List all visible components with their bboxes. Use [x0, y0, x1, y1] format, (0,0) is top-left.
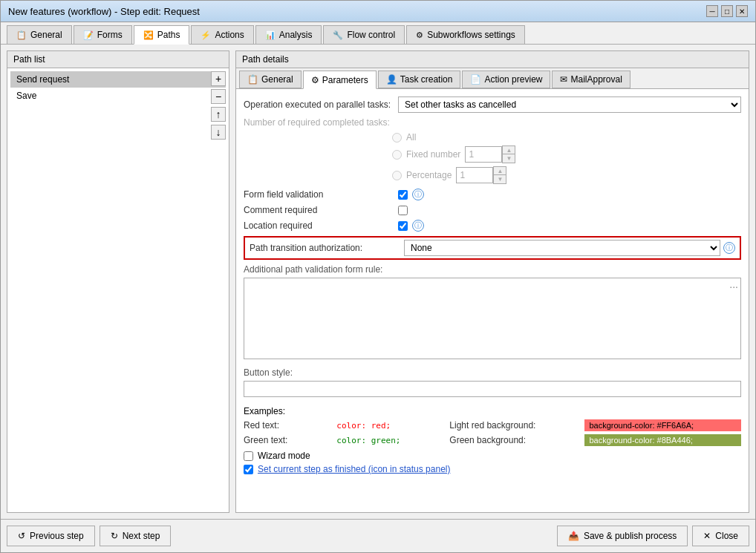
location-required-field: ⓘ — [398, 220, 424, 232]
main-content: Path list Send request Save + − ↑ ↓ Path… — [1, 45, 755, 519]
form-field-validation-label: Form field validation — [244, 189, 392, 200]
percentage-down[interactable]: ▼ — [494, 175, 506, 183]
bottom-left-buttons: ↺ Previous step ↻ Next step — [7, 526, 171, 546]
additional-validation-container: ··· — [244, 278, 741, 361]
paths-tab-icon: 🔀 — [143, 30, 154, 40]
next-step-button[interactable]: ↻ Next step — [100, 526, 172, 546]
list-controls: + − ↑ ↓ — [211, 71, 226, 140]
inner-task-creation-label: Task creation — [400, 74, 453, 85]
close-icon: ✕ — [703, 531, 711, 541]
inner-task-creation-icon: 👤 — [386, 74, 397, 85]
location-required-checkbox[interactable] — [398, 221, 408, 231]
path-transition-row: Path transition authorization: NoneManag… — [244, 236, 741, 260]
tab-subworkflows[interactable]: ⚙ Subworkflows settings — [406, 25, 525, 44]
required-tasks-label-row: Number of required completed tasks: — [244, 117, 741, 128]
title-bar: New features (workflow) - Step edit: Req… — [1, 1, 755, 22]
tab-actions-label: Actions — [215, 30, 244, 40]
additional-validation-textarea[interactable] — [244, 278, 741, 359]
inner-tab-parameters[interactable]: ⚙ Parameters — [303, 71, 377, 89]
close-window-button[interactable]: ✕ — [736, 5, 748, 17]
green-text-code: color: green; — [336, 436, 443, 445]
fixed-number-up[interactable]: ▲ — [503, 146, 515, 154]
inner-parameters-label: Parameters — [322, 75, 368, 85]
radio-fixed[interactable] — [392, 150, 402, 160]
forms-tab-icon: 📝 — [83, 30, 94, 40]
tab-flow-control[interactable]: 🔧 Flow control — [323, 25, 405, 44]
remove-path-button[interactable]: − — [211, 89, 226, 104]
general-tab-icon: 📋 — [16, 30, 27, 40]
additional-validation-menu[interactable]: ··· — [729, 281, 738, 292]
window-controls: ─ □ ✕ — [706, 5, 748, 17]
percentage-spin-buttons: ▲ ▼ — [493, 166, 506, 184]
path-item-save[interactable]: Save — [10, 88, 226, 104]
percentage-up[interactable]: ▲ — [494, 167, 506, 175]
tab-forms[interactable]: 📝 Forms — [74, 25, 132, 44]
inner-tab-mail-approval[interactable]: ✉ MailApproval — [552, 71, 630, 88]
operation-select[interactable]: Set other tasks as cancelledNoneKeep all… — [398, 96, 741, 113]
path-transition-select[interactable]: NoneManagerAdmin — [404, 240, 720, 256]
radio-group: All Fixed number ▲ ▼ — [392, 132, 741, 184]
save-publish-label: Save & publish process — [584, 531, 677, 541]
fixed-number-spin-buttons: ▲ ▼ — [502, 145, 515, 163]
percentage-input[interactable] — [456, 167, 493, 183]
tab-actions[interactable]: ⚡ Actions — [191, 25, 253, 44]
wizard-mode-label: Wizard mode — [258, 451, 310, 461]
tab-analysis[interactable]: 📊 Analysis — [255, 25, 322, 44]
tab-analysis-label: Analysis — [279, 30, 313, 40]
previous-step-icon: ↺ — [18, 531, 25, 541]
move-up-button[interactable]: ↑ — [211, 107, 226, 122]
form-field-validation-info[interactable]: ⓘ — [412, 189, 424, 200]
form-field-validation-checkbox[interactable] — [398, 190, 408, 200]
path-transition-label: Path transition authorization: — [250, 243, 398, 253]
fixed-number-input[interactable] — [465, 146, 502, 163]
move-down-button[interactable]: ↓ — [211, 125, 226, 140]
path-item-send-request[interactable]: Send request — [10, 71, 226, 88]
radio-all[interactable] — [392, 133, 402, 143]
wizard-mode-checkbox[interactable] — [244, 451, 253, 461]
radio-percentage-row: Percentage ▲ ▼ — [392, 166, 741, 184]
flow-control-tab-icon: 🔧 — [333, 30, 343, 40]
button-style-input[interactable] — [244, 381, 741, 397]
tab-paths-label: Paths — [157, 30, 180, 40]
path-transition-info[interactable]: ⓘ — [723, 242, 735, 254]
path-list-header: Path list — [7, 51, 229, 68]
actions-tab-icon: ⚡ — [201, 30, 211, 40]
comment-required-checkbox[interactable] — [398, 206, 408, 215]
bottom-right-buttons: 📤 Save & publish process ✕ Close — [557, 526, 749, 546]
operation-dropdown-container: Set other tasks as cancelledNoneKeep all… — [398, 96, 741, 113]
light-red-bg-label: Light red background: — [449, 420, 579, 431]
close-label: Close — [715, 531, 738, 541]
green-bg-code: background-color: #8BA446; — [584, 434, 741, 446]
restore-button[interactable]: □ — [721, 5, 733, 17]
radio-percentage[interactable] — [392, 171, 402, 180]
fixed-number-down[interactable]: ▼ — [503, 154, 515, 163]
set-finished-label: Set current step as finished (icon in st… — [258, 464, 450, 474]
location-required-info[interactable]: ⓘ — [412, 220, 424, 232]
add-path-button[interactable]: + — [211, 71, 226, 86]
minimize-button[interactable]: ─ — [706, 5, 718, 17]
set-finished-checkbox[interactable] — [244, 465, 253, 474]
save-publish-button[interactable]: 📤 Save & publish process — [557, 526, 688, 546]
tab-general[interactable]: 📋 General — [7, 25, 72, 44]
examples-title: Examples: — [244, 406, 741, 416]
percentage-spinner: ▲ ▼ — [456, 166, 506, 184]
form-field-validation-row: Form field validation ⓘ — [244, 189, 741, 200]
inner-tab-action-preview[interactable]: 📄 Action preview — [462, 71, 550, 88]
main-tab-bar: 📋 General 📝 Forms 🔀 Paths ⚡ Actions 📊 An… — [1, 22, 755, 45]
additional-validation-section: Additional path validation form rule: ··… — [244, 264, 741, 361]
previous-step-button[interactable]: ↺ Previous step — [7, 526, 95, 546]
tab-paths[interactable]: 🔀 Paths — [134, 25, 190, 45]
comment-required-row: Comment required — [244, 205, 741, 215]
inner-mail-approval-icon: ✉ — [560, 74, 567, 85]
radio-all-label: All — [406, 132, 416, 143]
examples-section: Examples: Red text: color: red; Light re… — [244, 406, 741, 446]
operation-label: Operation executed on parallel tasks: — [244, 99, 392, 110]
button-style-section: Button style: — [244, 367, 741, 403]
main-window: New features (workflow) - Step edit: Req… — [0, 0, 756, 553]
inner-tab-task-creation[interactable]: 👤 Task creation — [378, 71, 461, 88]
close-button[interactable]: ✕ Close — [692, 526, 749, 546]
path-list: Send request Save + − ↑ ↓ — [7, 68, 229, 512]
examples-grid: Red text: color: red; Light red backgrou… — [244, 419, 741, 446]
inner-tab-general[interactable]: 📋 General — [239, 71, 302, 88]
wizard-mode-row: Wizard mode — [244, 451, 741, 461]
